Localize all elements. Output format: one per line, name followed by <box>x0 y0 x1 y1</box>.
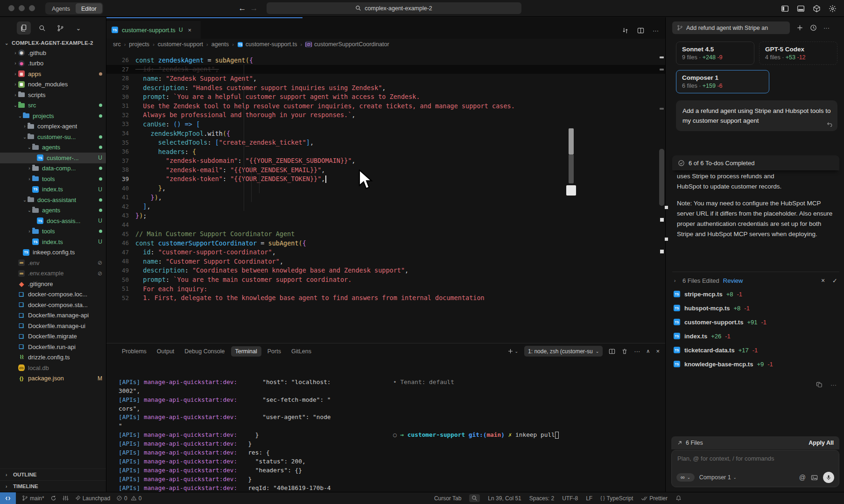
folder-item-complex-agent[interactable]: ›complex-agent <box>0 121 106 132</box>
explorer-view-icon[interactable] <box>17 21 31 35</box>
version-card-sonnet-4-5[interactable]: Sonnet 4.59 files · +248 -9 <box>676 42 754 65</box>
user-message-bubble[interactable]: Add a refund agent using Stripe and Hubs… <box>676 100 837 131</box>
folder-item-tools[interactable]: ›tools <box>0 226 106 237</box>
files-edited-header[interactable]: › 6 Files Edited Review × ✓ <box>672 272 839 287</box>
code-editor[interactable]: 26const zendeskAgent = subAgent({27 id: … <box>106 50 665 343</box>
language-mode-item[interactable]: { }TypeScript <box>600 495 633 502</box>
new-composer-icon[interactable] <box>796 24 803 31</box>
code-line-36[interactable]: 36 headers: { <box>106 147 665 156</box>
file-item-docker-compose.loc...[interactable]: ❑docker-compose.loc... <box>0 289 106 300</box>
review-link[interactable]: Review <box>723 277 743 284</box>
file-item-Dockerfile.manage-ui[interactable]: ❑Dockerfile.manage-ui <box>0 321 106 331</box>
folder-item-.turbo[interactable]: ›◉.turbo <box>0 58 106 69</box>
code-line-30[interactable]: 30 prompt: `You are a helpful customer s… <box>106 92 665 101</box>
kill-terminal-icon[interactable] <box>621 348 628 355</box>
edited-file-stripe-mcp.ts[interactable]: TSstripe-mcp.ts+8-1 <box>672 287 839 301</box>
folder-item-projects[interactable]: ⌄projects <box>0 111 106 121</box>
code-line-44[interactable]: 44 <box>106 220 665 230</box>
window-zoom-button[interactable] <box>29 5 35 11</box>
sidebar-section-timeline[interactable]: ›TIMELINE <box>0 480 106 492</box>
version-card-composer-1[interactable]: Composer 1 6 files · +159 -6 <box>676 70 769 93</box>
file-item-.env[interactable]: ≔.env⊘ <box>0 258 106 268</box>
terminal-selector-dropdown[interactable]: 1: node, zsh (customer-su⌄ <box>524 346 603 357</box>
close-panel-icon[interactable]: × <box>656 348 660 355</box>
maximize-panel-icon[interactable]: ∧ <box>646 348 650 354</box>
close-tab-icon[interactable]: × <box>188 27 192 34</box>
folder-item-.github[interactable]: ›◉.github <box>0 48 106 58</box>
code-line-32[interactable]: 32 Always be professional and thorough i… <box>106 111 665 120</box>
panel-tab-gitlens[interactable]: GitLens <box>287 346 316 357</box>
code-line-38[interactable]: 38 "zendesk-email": "{{YOUR_ZENDESK_EMAI… <box>106 165 665 175</box>
panel-tab-debug-console[interactable]: Debug Console <box>180 346 229 357</box>
folder-item-data-comp...[interactable]: ›data-comp... <box>0 163 106 174</box>
tab-agents[interactable]: Agents <box>46 3 76 14</box>
code-line-43[interactable]: 43}); <box>106 211 665 220</box>
new-terminal-button[interactable]: ⌄ <box>507 348 519 354</box>
file-item-Dockerfile.run-api[interactable]: ❑Dockerfile.run-api <box>0 342 106 352</box>
git-branch-item[interactable]: main* <box>22 495 44 502</box>
file-item-.env.example[interactable]: ≔.env.example⊘ <box>0 268 106 279</box>
breadcrumb-item-projects[interactable]: projects <box>129 41 149 48</box>
settings-gear-icon[interactable] <box>829 5 837 13</box>
editor-tab-customer-support[interactable]: TS customer-support.ts U × <box>106 21 201 39</box>
formatter-item[interactable]: Prettier <box>641 495 668 502</box>
code-line-47[interactable]: 47 id: "customer-support-coordinator", <box>106 247 665 257</box>
breadcrumb-item-customer-support.ts[interactable]: TScustomer-support.ts <box>237 41 297 48</box>
history-forward-button[interactable]: → <box>250 4 258 13</box>
folder-item-agents[interactable]: ⌄agents <box>0 142 106 153</box>
attach-image-icon[interactable] <box>811 474 818 481</box>
code-line-48[interactable]: 48 name: "Customer Support Coordinator", <box>106 257 665 266</box>
panel-more-actions-icon[interactable]: ··· <box>634 348 640 355</box>
sync-changes-item[interactable] <box>50 495 56 501</box>
remote-indicator[interactable] <box>0 492 16 504</box>
message-more-icon[interactable]: ··· <box>830 381 837 388</box>
extensions-cube-icon[interactable] <box>813 5 821 13</box>
code-line-28[interactable]: 28 name: "Zendesk Support Agent", <box>106 74 665 83</box>
code-line-42[interactable]: 42 ], <box>106 202 665 211</box>
folder-item-agents[interactable]: ⌄agents <box>0 205 106 216</box>
code-line-41[interactable]: 41 }), <box>106 193 665 202</box>
code-line-35[interactable]: 35 selectedTools: ["create_zendesk_ticke… <box>106 138 665 147</box>
editor-scrollbar[interactable] <box>658 50 665 343</box>
file-item-package.json[interactable]: {}package.jsonM <box>0 373 106 384</box>
file-item-drizzle.config.ts[interactable]: ⌇⌇drizzle.config.ts <box>0 352 106 363</box>
breadcrumb-item-agents[interactable]: agents <box>211 41 229 48</box>
code-line-39[interactable]: 39 "zendesk-token": "{{YOUR_ZENDESK_TOKE… <box>106 175 665 184</box>
code-line-26[interactable]: 26const zendeskAgent = subAgent({ <box>106 56 665 65</box>
code-line-27[interactable]: 27 id: "zendesk-agent", <box>106 65 665 74</box>
file-item-docs-assis...[interactable]: TSdocs-assis...U <box>0 216 106 226</box>
encoding-item[interactable]: UTF-8 <box>562 495 578 502</box>
file-item-Dockerfile.migrate[interactable]: ❑Dockerfile.migrate <box>0 331 106 342</box>
file-item-index.ts[interactable]: TSindex.tsU <box>0 184 106 195</box>
code-line-45[interactable]: 45// Main Customer Support Coordinator A… <box>106 229 665 238</box>
edited-file-knowledge-base-mcp.ts[interactable]: TSknowledge-base-mcp.ts+9-1 <box>672 357 839 371</box>
file-item-Dockerfile.manage-api[interactable]: ❑Dockerfile.manage-api <box>0 310 106 321</box>
edited-file-customer-support.ts[interactable]: TScustomer-support.ts+91-1 <box>672 315 839 329</box>
restore-checkpoint-icon[interactable] <box>826 121 833 127</box>
problems-item[interactable]: 0 0 <box>116 495 141 502</box>
apply-all-button[interactable]: Apply All <box>809 440 834 446</box>
panel-tab-ports[interactable]: Ports <box>263 346 285 357</box>
file-item-inkeep.config.ts[interactable]: TSinkeep.config.ts <box>0 247 106 258</box>
agent-mode-pill[interactable]: ∞⌄ <box>676 473 695 482</box>
breadcrumb-item-customerSupportCoordinator[interactable]: [@]customerSupportCoordinator <box>305 41 389 48</box>
history-icon[interactable] <box>810 24 817 31</box>
toggle-primary-sidebar-icon[interactable] <box>781 5 789 13</box>
edited-file-hubspot-mcp.ts[interactable]: TShubspot-mcp.ts+8-1 <box>672 301 839 315</box>
code-line-52[interactable]: 52 1. First, delegate to the knowledge b… <box>106 293 665 302</box>
eol-item[interactable]: LF <box>586 495 592 502</box>
split-terminal-icon[interactable] <box>609 348 615 355</box>
edited-file-ticketcard-data.ts[interactable]: TSticketcard-data.ts+17-1 <box>672 343 839 357</box>
file-item-index.ts[interactable]: TSindex.tsU <box>0 237 106 247</box>
edited-file-index.ts[interactable]: TSindex.ts+26-1 <box>672 329 839 343</box>
panel-tab-output[interactable]: Output <box>153 346 179 357</box>
file-item-docker-compose.sta...[interactable]: ❑docker-compose.sta... <box>0 300 106 310</box>
breadcrumb-item-customer-support[interactable]: customer-support <box>158 41 203 48</box>
search-view-icon[interactable] <box>35 21 49 35</box>
todos-status-bar[interactable]: 6 of 6 To-dos Completed <box>672 155 839 170</box>
panel-tab-problems[interactable]: Problems <box>118 346 151 357</box>
tab-editor[interactable]: Editor <box>76 3 102 14</box>
folder-item-apps[interactable]: ›▦apps <box>0 69 106 79</box>
breadcrumb-item-src[interactable]: src <box>113 41 121 48</box>
code-line-49[interactable]: 49 description: "Coordinates between kno… <box>106 266 665 275</box>
